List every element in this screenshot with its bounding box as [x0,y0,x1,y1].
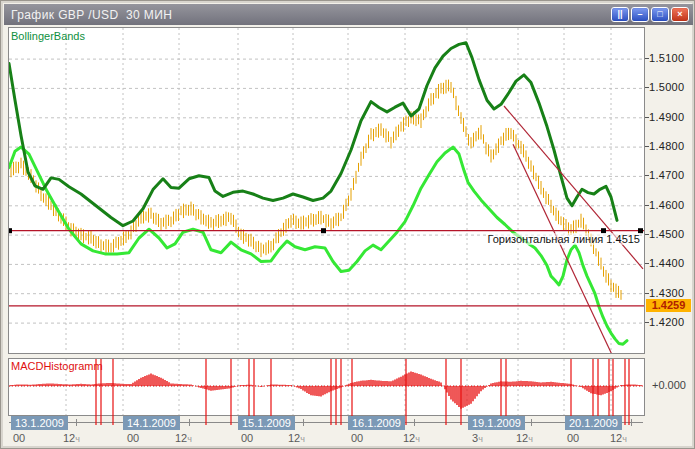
horizontal-line-annotation[interactable]: Горизонтальная линия 1.4515 [487,233,640,245]
time-axis-tick [76,419,77,426]
pause-button[interactable]: || [611,7,629,22]
hour-label: 00 [13,432,25,444]
current-price-badge: 1.4259 [646,299,691,312]
macd-zero-label: +0.000 [652,379,686,391]
bollinger-indicator-label: BollingerBands [11,30,85,42]
hour-label: 12ч [288,432,305,444]
window-buttons: || – □ × [611,7,689,22]
date-badge: 20.1.2009 [565,416,622,430]
price-axis-label: 1.5100 [649,52,695,64]
date-badge: 16.1.2009 [348,416,405,430]
price-axis-label: 1.4400 [649,257,695,269]
date-badge: 13.1.2009 [11,416,68,430]
price-axis-tick [645,58,649,59]
price-axis-tick [645,293,649,294]
price-chart-canvas [9,28,644,353]
price-axis-tick [645,117,649,118]
price-axis-label: 1.4900 [649,111,695,123]
price-axis-label: 1.4700 [649,169,695,181]
macd-indicator-label: MACDHistogramm [11,360,103,372]
main-chart-pane[interactable] [8,27,645,354]
hour-label: 00 [351,432,363,444]
time-axis-tick [631,419,632,426]
price-axis-tick [645,146,649,147]
price-axis-label: 1.4800 [649,140,695,152]
macd-canvas [9,359,644,415]
minimize-button[interactable]: – [631,7,649,22]
close-button[interactable]: × [671,7,689,22]
time-axis-line [9,422,643,423]
date-badge: 14.1.2009 [123,416,180,430]
time-axis-tick [303,419,304,426]
hour-label: 12ч [403,432,420,444]
price-axis-label: 1.4600 [649,199,695,211]
hour-label: 00 [127,432,139,444]
date-badge: 15.1.2009 [238,416,295,430]
price-axis-tick [645,175,649,176]
date-badge: 19.1.2009 [468,416,525,430]
price-axis-tick [645,87,649,88]
window-title: График GBP /USD 30 МИН [11,8,611,22]
macd-pane[interactable] [8,358,645,416]
price-axis-tick [645,263,649,264]
price-axis-tick [645,322,649,323]
price-axis-tick [645,234,649,235]
price-axis-tick [645,205,649,206]
hour-label: 12ч [516,432,533,444]
hour-label: 12ч [63,432,80,444]
time-axis-tick [531,419,532,426]
price-axis-label: 1.5000 [649,81,695,93]
hour-label: 3ч [472,432,483,444]
time-axis-tick [414,419,415,426]
price-axis-label: 1.4500 [649,228,695,240]
price-axis-label: 1.4300 [649,287,695,299]
hour-label: 00 [567,432,579,444]
hour-label: 00 [241,432,253,444]
title-bar[interactable]: График GBP /USD 30 МИН || – □ × [4,4,693,25]
hour-label: 12ч [175,432,192,444]
chart-window: График GBP /USD 30 МИН || – □ × Bollinge… [0,0,695,449]
hour-label: 12ч [610,432,627,444]
maximize-button[interactable]: □ [651,7,669,22]
price-axis-label: 1.4200 [649,316,695,328]
time-axis-tick [189,419,190,426]
